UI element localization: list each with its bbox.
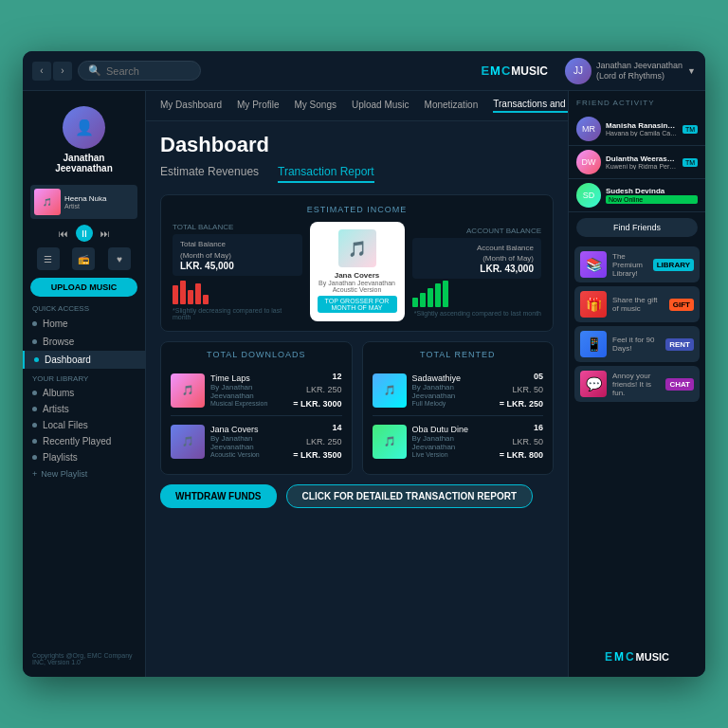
chart-bar-1: [173, 285, 178, 304]
download-item-2: 🎵 Jana Covers By Janathan Jeevanathan Ac…: [171, 416, 342, 466]
total-balance-note: *Slightly decreasing compared to last mo…: [173, 307, 302, 320]
download-artist-1: By Janathan Jeevanathan: [210, 383, 287, 400]
account-balance-chart: [412, 279, 542, 307]
account-balance-detail1: Account Balance: [420, 243, 535, 253]
find-friends-button[interactable]: Find Friends: [576, 218, 698, 237]
rented-item-2: 🎵 Oba Dutu Dine By Janathan Jeevanathan …: [373, 416, 544, 466]
rented-type-1: Full Melody: [412, 400, 494, 407]
now-playing-info: Heena Nuka Artist: [64, 194, 134, 209]
nav-back-button[interactable]: ‹: [32, 62, 51, 81]
activity-item-1: DW Dulantha Weerasekara Kuweni by Ridma …: [569, 146, 705, 179]
promo-label-library: LIBRARY: [653, 259, 694, 271]
sidebar-item-dashboard[interactable]: Dashboard: [23, 351, 145, 369]
rented-type-2: Live Version: [412, 451, 494, 458]
sidebar-item-home[interactable]: Home: [23, 315, 145, 333]
chart-bar-g3: [428, 288, 433, 307]
activity-item-2: SD Sudesh Devinda Now Online: [569, 179, 705, 212]
promo-card-gift[interactable]: 🎁 Share the gift of music GIFT: [574, 286, 700, 322]
friend-activity-label: FRIEND ACTIVITY: [569, 99, 705, 113]
promo-label-chat: CHAT: [665, 378, 694, 391]
new-playlist-item[interactable]: + New Playlist: [23, 465, 145, 482]
search-bar: 🔍: [78, 61, 201, 81]
chart-bar-g4: [435, 283, 441, 307]
next-button[interactable]: ⏭: [97, 225, 114, 242]
browse-icon-btn[interactable]: ☰: [37, 247, 60, 270]
download-total-1: = LKR. 3000: [293, 399, 341, 409]
estimated-income-card: ESTIMATED INCOME TOTAL BALANCE Total Bal…: [160, 194, 554, 332]
total-downloads-title: TOTAL DOWNLOADS: [171, 350, 342, 359]
total-balance-chart: [173, 276, 302, 304]
lib-dot-artists: [32, 407, 37, 411]
total-balance-label: TOTAL BALANCE: [173, 223, 302, 231]
promo-icon-gift: 🎁: [580, 291, 607, 318]
bb-music-label: MUSIC: [636, 651, 669, 663]
tab-upload-music[interactable]: Upload Music: [352, 100, 410, 112]
radio-icon-btn[interactable]: 📻: [72, 247, 95, 270]
promo-text-library: The Premium Library!: [612, 252, 647, 278]
bb-c: C: [626, 650, 634, 664]
sidebar-lib-label-artists: Artists: [43, 404, 69, 414]
total-balance-detail1: Total Balance: [180, 239, 295, 249]
user-info-top[interactable]: JJ Janathan Jeevanathan (Lord of Rhythms…: [565, 58, 696, 84]
tab-my-songs[interactable]: My Songs: [294, 100, 336, 112]
tab-monetization[interactable]: Monetization: [425, 100, 479, 112]
prev-button[interactable]: ⏮: [55, 225, 72, 242]
profile-avatar: 👤: [63, 106, 105, 149]
rented-numbers-1: 05 LKR. 50 = LKR. 250: [500, 370, 543, 410]
download-type-2: Acoustic Version: [210, 451, 287, 458]
promo-card-rent[interactable]: 📱 Feel it for 90 Days! RENT: [574, 326, 700, 362]
top-nav: My Dashboard My Profile My Songs Upload …: [146, 91, 568, 121]
brand-m: M: [490, 64, 500, 78]
sidebar-item-artists[interactable]: Artists: [23, 401, 145, 417]
user-profile-section: 👤 Janathan Jeevanathan: [23, 99, 145, 181]
sidebar-item-browse[interactable]: Browse: [23, 333, 145, 351]
search-input[interactable]: [106, 65, 201, 77]
stats-row: TOTAL DOWNLOADS 🎵 Time Laps By Janathan …: [160, 341, 554, 475]
promo-icon-rent: 📱: [580, 331, 607, 357]
account-balance-detail2: (Month of May): [420, 253, 535, 264]
promo-card-library[interactable]: 📚 The Premium Library! LIBRARY: [574, 246, 700, 282]
income-section-title: ESTIMATED INCOME: [173, 205, 541, 214]
download-item-1: 🎵 Time Laps By Janathan Jeevanathan Musi…: [171, 365, 342, 416]
activity-info-2: Sudesh Devinda Now Online: [606, 187, 698, 204]
tab-transactions-license[interactable]: Transactions and License: [493, 99, 568, 113]
tab-transaction-report[interactable]: Transaction Report: [278, 165, 374, 183]
tab-my-profile[interactable]: My Profile: [237, 100, 279, 112]
top-grosser-title: Jana Covers: [318, 271, 397, 280]
bb-e: E: [605, 650, 612, 664]
sidebar-item-albums[interactable]: Albums: [23, 385, 145, 401]
upload-music-button[interactable]: UPLOAD MUSIC: [30, 278, 137, 297]
sidebar-item-recently-played[interactable]: Recently Played: [23, 433, 145, 449]
main-layout: 👤 Janathan Jeevanathan 🎵 Heena Nuka Arti…: [23, 91, 705, 677]
liked-icon-btn[interactable]: ♥: [108, 247, 131, 270]
icon-row: ☰ 📻 ♥: [23, 244, 145, 274]
account-balance-amount: LKR. 43,000: [420, 264, 535, 274]
download-price-1: LKR. 250: [306, 385, 342, 394]
download-info-2: Jana Covers By Janathan Jeevanathan Acou…: [210, 425, 287, 458]
tab-my-dashboard[interactable]: My Dashboard: [160, 100, 222, 112]
promo-card-chat[interactable]: 💬 Annoy your friends! It is fun. CHAT: [574, 366, 700, 402]
bb-m: M: [614, 650, 624, 664]
download-total-2: = LKR. 3500: [293, 450, 341, 460]
sidebar-item-playlists[interactable]: Playlists: [23, 449, 145, 465]
nav-forward-button[interactable]: ›: [53, 62, 72, 81]
activity-avatar-2: SD: [576, 183, 601, 208]
detailed-report-button[interactable]: CLICK FOR DETAILED TRANSACTION REPORT: [286, 484, 533, 508]
lib-dot-albums: [32, 391, 37, 395]
play-button[interactable]: ⏸: [76, 225, 93, 242]
download-price-2: LKR. 250: [306, 437, 342, 446]
tab-estimate-revenues[interactable]: Estimate Revenues: [160, 165, 259, 183]
download-title-1: Time Laps: [210, 373, 287, 383]
account-balance-label: ACCOUNT BALANCE: [412, 227, 542, 235]
total-balance-amount: LKR. 45,000: [180, 261, 295, 271]
nav-dot-dashboard: [34, 357, 39, 362]
right-sidebar: FRIEND ACTIVITY MR Manisha Ranasinghe Ha…: [568, 91, 705, 677]
nav-arrows: ‹ ›: [32, 62, 72, 81]
your-library-label: Your Library: [23, 369, 145, 385]
sidebar-item-local-files[interactable]: Local Files: [23, 417, 145, 433]
rented-price-2: LKR. 50: [512, 437, 543, 446]
brand-e: E: [481, 64, 489, 78]
withdraw-funds-button[interactable]: WHTDRAW FUNDS: [160, 484, 277, 508]
account-balance-details: Account Balance (Month of May) LKR. 43,0…: [412, 238, 542, 279]
top-grosser-card: 🎵 Jana Covers By Janathan Jeevanathan Ac…: [310, 222, 405, 321]
